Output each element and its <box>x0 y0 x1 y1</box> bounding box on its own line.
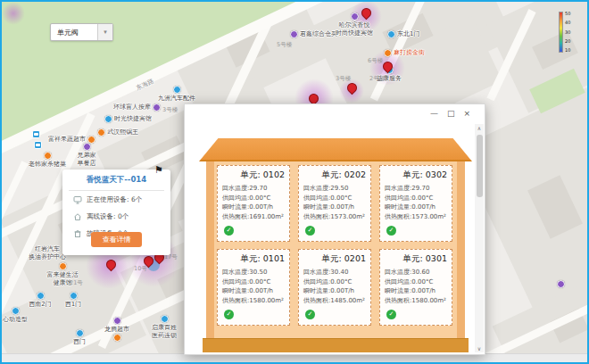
unit-label: 单元: <box>403 253 423 263</box>
unit-id: 0302 <box>426 170 447 179</box>
building-label: 10号 <box>134 265 147 273</box>
unit-metric: 瞬时流量:0.00T/h <box>385 203 452 212</box>
food-icon <box>83 143 91 151</box>
bus-stop-icon <box>34 141 42 149</box>
hotel-icon <box>104 115 112 123</box>
building-label: 6号楼 <box>368 57 383 65</box>
unit-metric: 供回均温:0.00°C <box>303 194 370 203</box>
trash-icon <box>73 229 82 238</box>
status-ok-icon: ✓ <box>305 310 315 319</box>
food-icon <box>384 49 392 57</box>
building-label: 5号楼 <box>277 41 292 49</box>
unit-metric: 瞬时流量:0.00T/h <box>303 286 370 296</box>
poi-right-sliver <box>557 280 565 288</box>
scrollbar-thumb[interactable] <box>477 135 483 197</box>
unit-metric: 瞬时流量:0.00T/h <box>303 203 370 212</box>
poi-breakfast: 兄弟家 早餐店 <box>73 143 100 167</box>
poi-hotel-xiangyue: 哈尔滨香悦 时尚快捷宾馆 <box>327 12 382 37</box>
dialog-scrollbar[interactable]: ∧ ∨ <box>475 124 484 352</box>
building-label: 3号楼 <box>162 106 178 114</box>
hotel-icon <box>351 12 359 21</box>
unit-metric: 供热面积:1573.00m² <box>385 212 452 222</box>
unit-label: 单元: <box>403 170 423 179</box>
unit-metric: 供回均温:0.00°C <box>303 277 370 287</box>
scroll-up-icon[interactable]: ∧ <box>475 125 484 131</box>
gate-icon <box>76 329 84 337</box>
gate-icon <box>70 292 78 300</box>
unit-label: 单元: <box>322 170 342 179</box>
tooltip-row-offline: 离线设备: 0个 <box>62 208 170 225</box>
poi-massage: 环球盲人按摩 <box>113 103 161 112</box>
tooltip-row-active: 正在使用设备: 6个 <box>62 191 170 208</box>
unit-metric: 供热面积:1580.00m² <box>385 296 452 306</box>
poi-wuhan-restaurant: 武汉熙锅王 <box>97 128 138 136</box>
unit-card-0202: 单元: 0202 回水温度:29.50 供回均温:0.00°C 瞬时流量:0.0… <box>298 165 371 242</box>
food-icon <box>113 334 121 342</box>
close-icon[interactable]: × <box>463 109 470 118</box>
unit-metric: 供回均温:0.00°C <box>222 277 289 287</box>
unit-metric: 供热面积:1580.00m² <box>222 296 289 306</box>
status-ok-icon: ✓ <box>224 226 234 236</box>
scroll-down-icon[interactable]: ∨ <box>475 345 484 352</box>
poi-icon <box>557 280 565 288</box>
legend-gradient-bar <box>559 12 563 53</box>
unit-metric: 瞬时流量:0.00T/h <box>222 286 289 296</box>
heat-legend: 50 40 30 20 10 <box>559 12 570 53</box>
market-icon <box>113 317 121 325</box>
cabinet-base <box>203 338 469 352</box>
gate-icon <box>37 292 45 300</box>
chevron-down-icon[interactable]: ▾ <box>97 24 112 40</box>
legend-ticks: 50 40 30 20 10 <box>565 12 570 53</box>
unit-metric: 瞬时流量:0.00T/h <box>222 203 289 212</box>
unit-metric: 瞬时流量:0.00T/h <box>385 286 452 296</box>
unit-metric: 回水温度:29.70 <box>222 184 289 194</box>
car-icon <box>173 86 181 94</box>
dialog-controls: — □ × <box>430 109 470 118</box>
heat-blob <box>2 2 25 25</box>
poi-qikang-pharmacy: 启康百姓 医药连锁 <box>146 315 182 339</box>
layer-dropdown[interactable]: 单元阀 ▾ <box>50 23 113 41</box>
unit-metric: 供回均温:0.00°C <box>222 194 289 203</box>
status-ok-icon: ✓ <box>305 226 315 236</box>
status-ok-icon: ✓ <box>386 310 396 319</box>
maximize-icon[interactable]: □ <box>447 109 455 118</box>
flag-marker-icon: ⚑ <box>154 164 163 176</box>
food-icon <box>44 152 52 160</box>
cabinet-roof <box>199 138 472 161</box>
poi-longteng: 龙腾超市 <box>102 317 132 342</box>
unit-metric: 回水温度:30.50 <box>222 268 289 277</box>
health-icon <box>59 262 67 270</box>
view-details-button[interactable]: 查看详情 <box>91 232 142 247</box>
unit-label: 单元: <box>241 253 261 263</box>
poi-jiuzhou: 九洲汽车配件 <box>152 86 202 102</box>
unit-label: 单元: <box>241 170 261 179</box>
pharmacy-icon <box>161 315 169 323</box>
unit-card-0201: 单元: 0201 回水温度:30.40 供回均温:0.00°C 瞬时流量:0.0… <box>298 249 371 326</box>
unit-metric: 供热面积:1691.00m² <box>222 212 289 222</box>
unit-card-0302: 单元: 0302 回水温度:29.70 供回均温:0.00°C 瞬时流量:0.0… <box>379 165 452 242</box>
unit-metric: 供热面积:1485.00m² <box>303 296 370 306</box>
legend-tick: 50 <box>565 12 570 16</box>
unit-metric: 供回均温:0.00°C <box>385 194 452 203</box>
unit-card-0301: 单元: 0301 回水温度:30.60 供回均温:0.00°C 瞬时流量:0.0… <box>379 249 452 326</box>
minimize-icon[interactable]: — <box>430 109 438 118</box>
station-tooltip: ⚑ 香悦蓝天下--014 正在使用设备: 6个 离线设备: 0个 故障设备: 0… <box>62 170 170 255</box>
unit-id: 0202 <box>344 170 366 179</box>
food-icon <box>97 128 105 136</box>
unit-metric: 回水温度:30.60 <box>385 268 452 277</box>
poi-laohanjia: 老韩家杀猪菜 <box>25 152 70 168</box>
home-icon <box>73 212 82 221</box>
monitor-icon <box>73 195 82 204</box>
unit-id: 0301 <box>426 253 447 263</box>
unit-id: 0201 <box>344 253 366 263</box>
row-value: 6个 <box>131 195 142 203</box>
legend-tick: 20 <box>565 39 570 44</box>
unit-metric: 回水温度:29.50 <box>303 184 370 194</box>
status-ok-icon: ✓ <box>386 226 396 236</box>
unit-id: 0101 <box>263 253 285 263</box>
legend-tick: 30 <box>565 30 570 35</box>
shop-icon <box>290 30 298 38</box>
layer-dropdown-value: 单元阀 <box>51 24 97 40</box>
row-value: 0个 <box>118 212 129 220</box>
unit-metric: 回水温度:29.70 <box>385 184 452 194</box>
